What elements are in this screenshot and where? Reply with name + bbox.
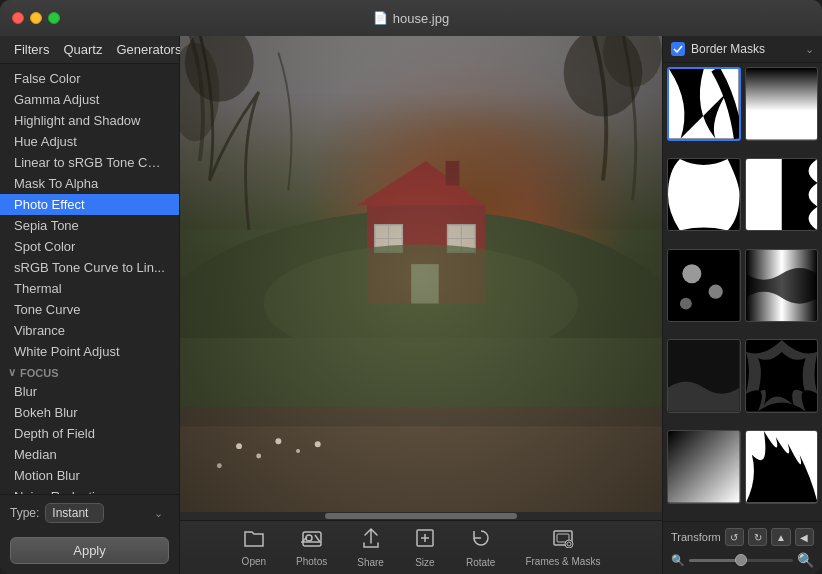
list-item-highlight-shadow[interactable]: Highlight and Shadow — [0, 110, 179, 131]
list-item-blur[interactable]: Blur — [0, 381, 179, 402]
size-label: Size — [415, 557, 434, 568]
photos-icon — [301, 528, 323, 553]
list-item-tone-curve[interactable]: Tone Curve — [0, 299, 179, 320]
svg-rect-36 — [746, 68, 818, 140]
mask-thumb-2[interactable] — [745, 67, 819, 141]
right-panel: Border Masks ⌄ — [662, 36, 822, 574]
svg-point-27 — [217, 463, 222, 468]
mask-thumb-9[interactable] — [667, 430, 741, 504]
svg-rect-46 — [668, 431, 740, 503]
list-item-srgb-tone[interactable]: sRGB Tone Curve to Lin... — [0, 257, 179, 278]
section-focus[interactable]: ∨ FOCUS — [0, 362, 179, 381]
mask-thumb-7[interactable] — [667, 339, 741, 413]
list-item-bokeh-blur[interactable]: Bokeh Blur — [0, 402, 179, 423]
mask-thumb-3[interactable] — [667, 158, 741, 232]
size-icon — [414, 527, 436, 554]
list-item-median[interactable]: Median — [0, 444, 179, 465]
svg-point-26 — [315, 441, 321, 447]
mask-thumb-5[interactable] — [667, 249, 741, 323]
mask-3-svg — [668, 159, 740, 231]
list-item-photo-effect[interactable]: Photo Effect — [0, 194, 179, 215]
mask-thumb-1[interactable] — [667, 67, 741, 141]
zoom-slider[interactable] — [689, 559, 793, 562]
list-item-mask-alpha[interactable]: Mask To Alpha — [0, 173, 179, 194]
list-item-depth-field[interactable]: Depth of Field — [0, 423, 179, 444]
scroll-thumb[interactable] — [325, 513, 518, 519]
open-icon — [243, 528, 265, 553]
frames-icon — [552, 528, 574, 553]
zoom-out-icon[interactable]: 🔍 — [671, 554, 685, 567]
menu-quartz[interactable]: Quartz — [57, 40, 108, 59]
filter-list: False Color Gamma Adjust Highlight and S… — [0, 64, 179, 494]
svg-point-25 — [296, 449, 300, 453]
mask-thumb-10[interactable] — [745, 430, 819, 504]
list-item-noise-reduction[interactable]: Noise Reduction — [0, 486, 179, 494]
transform-flip-v-button[interactable]: ▲ — [771, 528, 790, 546]
list-item-motion-blur[interactable]: Motion Blur — [0, 465, 179, 486]
toolbar-photos[interactable]: Photos — [296, 528, 327, 567]
list-item-linear-srgb[interactable]: Linear to sRGB Tone Cu... — [0, 152, 179, 173]
mask-thumb-8[interactable] — [745, 339, 819, 413]
mask-thumb-6[interactable] — [745, 249, 819, 323]
title-bar: 📄 house.jpg — [0, 0, 822, 36]
transform-ccw-button[interactable]: ↺ — [725, 528, 744, 546]
toolbar-frames[interactable]: Frames & Masks — [525, 528, 600, 567]
sidebar-footer: Apply — [0, 531, 179, 574]
apply-button[interactable]: Apply — [10, 537, 169, 564]
type-label: Type: — [10, 506, 39, 520]
zoom-handle[interactable] — [735, 554, 747, 566]
chevron-down-icon: ∨ — [8, 366, 16, 379]
transform-flip-h-button[interactable]: ◀ — [795, 528, 814, 546]
photos-label: Photos — [296, 556, 327, 567]
toolbar-share[interactable]: Share — [357, 527, 384, 568]
list-item-vibrance[interactable]: Vibrance — [0, 320, 179, 341]
list-item-gamma-adjust[interactable]: Gamma Adjust — [0, 89, 179, 110]
mask-7-svg — [668, 340, 740, 412]
border-masks-checkbox[interactable] — [671, 42, 685, 56]
dropdown-arrow-icon[interactable]: ⌄ — [805, 43, 814, 56]
mask-9-svg — [668, 431, 740, 503]
list-item-false-color[interactable]: False Color — [0, 68, 179, 89]
rotate-icon — [470, 527, 492, 554]
mask-10-svg — [746, 431, 818, 503]
right-panel-header: Border Masks ⌄ — [663, 36, 822, 63]
checkmark-icon — [673, 45, 683, 53]
sidebar-menu-bar: Filters Quartz Generators — [0, 36, 179, 64]
svg-point-23 — [256, 454, 261, 459]
close-button[interactable] — [12, 12, 24, 24]
type-select[interactable]: Instant Fade Process Transfer — [45, 503, 104, 523]
maximize-button[interactable] — [48, 12, 60, 24]
sidebar: Filters Quartz Generators False Color Ga… — [0, 36, 180, 574]
share-icon — [361, 527, 381, 554]
main-content: Filters Quartz Generators False Color Ga… — [0, 36, 822, 574]
svg-point-40 — [682, 264, 701, 283]
mask-thumb-4[interactable] — [745, 158, 819, 232]
list-item-spot-color[interactable]: Spot Color — [0, 236, 179, 257]
toolbar-open[interactable]: Open — [242, 528, 266, 567]
canvas-wrapper — [180, 36, 662, 512]
bottom-toolbar: Open Photos — [180, 520, 662, 574]
right-panel-bottom: Transform ↺ ↻ ▲ ◀ 🔍 🔍 — [663, 521, 822, 574]
image-overlay — [180, 36, 662, 512]
masks-grid — [663, 63, 822, 521]
svg-point-22 — [236, 443, 242, 449]
list-item-thermal[interactable]: Thermal — [0, 278, 179, 299]
minimize-button[interactable] — [30, 12, 42, 24]
horizontal-scrollbar[interactable] — [180, 512, 662, 520]
transform-label: Transform — [671, 531, 721, 543]
canvas-image — [180, 36, 662, 512]
menu-filters[interactable]: Filters — [8, 40, 55, 59]
toolbar-rotate[interactable]: Rotate — [466, 527, 495, 568]
app-window: 📄 house.jpg Filters Quartz Generators Fa… — [0, 0, 822, 574]
list-item-sepia-tone[interactable]: Sepia Tone — [0, 215, 179, 236]
list-item-hue-adjust[interactable]: Hue Adjust — [0, 131, 179, 152]
right-panel-title: Border Masks — [691, 42, 799, 56]
frames-label: Frames & Masks — [525, 556, 600, 567]
toolbar-size[interactable]: Size — [414, 527, 436, 568]
transform-cw-button[interactable]: ↻ — [748, 528, 767, 546]
mask-4-svg — [746, 159, 818, 231]
type-select-wrapper: Instant Fade Process Transfer — [45, 503, 169, 523]
zoom-in-icon[interactable]: 🔍 — [797, 552, 814, 568]
list-item-white-point[interactable]: White Point Adjust — [0, 341, 179, 362]
menu-generators[interactable]: Generators — [110, 40, 187, 59]
